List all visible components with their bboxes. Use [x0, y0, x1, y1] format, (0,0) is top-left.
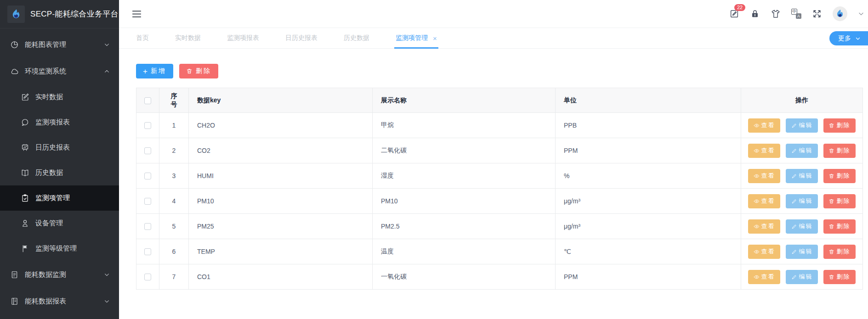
table-row: 7 CO1 一氧化碳 PPM 查看 编辑 删除: [136, 264, 863, 290]
table-row: 1 CH2O 甲烷 PPB 查看 编辑 删除: [136, 113, 863, 138]
close-icon[interactable]: ×: [433, 35, 437, 42]
more-button[interactable]: 更多: [829, 31, 868, 45]
table-body: 1 CH2O 甲烷 PPB 查看 编辑 删除 2 CO2 二氧化碳 PPM: [136, 113, 863, 290]
document-icon: [10, 270, 19, 279]
row-checkbox[interactable]: [144, 223, 151, 230]
sidebar-item-device-mgmt[interactable]: 设备管理: [0, 211, 119, 236]
notebook-pen-icon[interactable]: 22: [729, 9, 739, 19]
tab-bar: 首页 实时数据 监测项报表 日历史报表 历史数据 监测项管理 × 更多: [119, 28, 868, 49]
edit-button-label: 编辑: [799, 121, 813, 129]
edit-button-label: 编辑: [799, 247, 813, 256]
logo[interactable]: SECP-能耗综合业务平台: [0, 0, 119, 28]
delete-button[interactable]: 删除: [179, 64, 218, 78]
row-delete-button[interactable]: 删除: [823, 194, 856, 208]
column-header-data-key: 数据key: [189, 88, 373, 113]
notification-badge: 22: [734, 4, 745, 11]
tab-home[interactable]: 首页: [136, 28, 149, 48]
sidebar-item-label: 监测项报表: [35, 118, 70, 127]
cell-data-key: PM10: [189, 189, 373, 214]
trash-icon: [828, 198, 834, 204]
row-checkbox[interactable]: [144, 274, 151, 280]
document-list-icon: [10, 297, 19, 306]
cell-display-name: PM10: [373, 189, 556, 214]
view-button[interactable]: 查看: [748, 245, 780, 259]
row-delete-button-label: 删除: [836, 247, 850, 256]
row-delete-button[interactable]: 删除: [823, 245, 856, 259]
trash-icon: [828, 249, 834, 255]
translate-en-glyph: A: [796, 13, 801, 19]
row-delete-button-label: 删除: [836, 146, 850, 155]
tab-daily-history-report[interactable]: 日历史报表: [285, 28, 318, 48]
edit-button[interactable]: 编辑: [786, 270, 818, 284]
cell-no: 4: [159, 189, 189, 214]
chevron-down-icon[interactable]: [858, 11, 864, 17]
sidebar-item-history-data[interactable]: 历史数据: [0, 160, 119, 185]
row-delete-button[interactable]: 删除: [823, 144, 856, 158]
row-delete-button[interactable]: 删除: [823, 219, 856, 234]
content-panel: + 新增 删除 序号 数据key 展: [119, 49, 868, 319]
view-button-label: 查看: [761, 172, 775, 180]
sidebar-item-monitor-item-mgmt[interactable]: 监测项管理: [0, 185, 119, 211]
add-button[interactable]: + 新增: [136, 64, 173, 78]
sidebar-item-label: 能耗数据报表: [25, 297, 66, 306]
edit-button-label: 编辑: [799, 172, 813, 180]
chat-bubble-icon: [21, 118, 29, 127]
view-button[interactable]: 查看: [748, 118, 780, 133]
sidebar-item-energy-data-report[interactable]: 能耗数据报表: [0, 288, 119, 314]
sidebar-item-realtime-data[interactable]: 实时数据: [0, 84, 119, 110]
sidebar-item-daily-history-report[interactable]: 日历史报表: [0, 135, 119, 160]
cell-data-key: HUMI: [189, 163, 373, 189]
view-button-label: 查看: [761, 273, 775, 281]
avatar[interactable]: [833, 6, 847, 21]
edit-button[interactable]: 编辑: [786, 118, 818, 133]
row-delete-button[interactable]: 删除: [823, 270, 856, 284]
theme-tshirt-icon[interactable]: [771, 9, 781, 19]
hamburger-menu-icon[interactable]: [131, 9, 142, 19]
presentation-chart-icon: [21, 143, 29, 152]
table-toolbar: + 新增 删除: [136, 64, 862, 78]
tab-realtime-data[interactable]: 实时数据: [175, 28, 201, 48]
view-button[interactable]: 查看: [748, 219, 780, 234]
view-button[interactable]: 查看: [748, 194, 780, 208]
row-checkbox[interactable]: [144, 147, 151, 154]
edit-button-label: 编辑: [799, 197, 813, 205]
select-all-checkbox[interactable]: [144, 97, 151, 104]
app-root: SECP-能耗综合业务平台 能耗图表管理 环境监测系统: [0, 0, 868, 319]
tab-monitor-item-mgmt[interactable]: 监测项管理 ×: [396, 28, 437, 48]
row-delete-button[interactable]: 删除: [823, 118, 856, 133]
row-checkbox[interactable]: [144, 198, 151, 205]
cell-unit: PPM: [556, 264, 741, 290]
sidebar-item-label: 能耗数据监测: [25, 270, 66, 279]
edit-button[interactable]: 编辑: [786, 219, 818, 234]
sidebar-item-label: 监测等级管理: [35, 244, 77, 253]
edit-button[interactable]: 编辑: [786, 245, 818, 259]
sidebar-item-energy-data-monitor[interactable]: 能耗数据监测: [0, 261, 119, 288]
table-row: 6 TEMP 温度 ℃ 查看 编辑 删除: [136, 239, 863, 264]
flame-logo-icon: [7, 6, 25, 23]
edit-button[interactable]: 编辑: [786, 194, 818, 208]
tab-history-data[interactable]: 历史数据: [344, 28, 369, 48]
sidebar-item-monitor-level-mgmt[interactable]: 监测等级管理: [0, 236, 119, 261]
row-delete-button[interactable]: 删除: [823, 169, 856, 183]
cell-data-key: PM25: [189, 214, 373, 239]
user-icon: [21, 219, 29, 228]
row-checkbox[interactable]: [144, 248, 151, 255]
fullscreen-icon[interactable]: [812, 9, 822, 19]
eye-icon: [754, 123, 760, 129]
row-checkbox[interactable]: [144, 173, 151, 179]
sidebar-item-env-monitor-system[interactable]: 环境监测系统: [0, 58, 119, 84]
edit-button[interactable]: 编辑: [786, 144, 818, 158]
table-row: 5 PM25 PM2.5 μg/m³ 查看 编辑 删除: [136, 214, 863, 239]
view-button[interactable]: 查看: [748, 169, 780, 183]
sidebar-item-energy-charts[interactable]: 能耗图表管理: [0, 31, 119, 58]
more-button-label: 更多: [838, 34, 851, 43]
view-button[interactable]: 查看: [748, 270, 780, 284]
view-button[interactable]: 查看: [748, 144, 780, 158]
sidebar-item-monitor-item-report[interactable]: 监测项报表: [0, 110, 119, 135]
tab-monitor-item-report[interactable]: 监测项报表: [227, 28, 259, 48]
row-checkbox[interactable]: [144, 122, 151, 129]
cell-unit: μg/m³: [556, 214, 741, 239]
translate-icon[interactable]: 中 A: [791, 9, 801, 19]
edit-button[interactable]: 编辑: [786, 169, 818, 183]
lock-icon[interactable]: [750, 9, 760, 19]
